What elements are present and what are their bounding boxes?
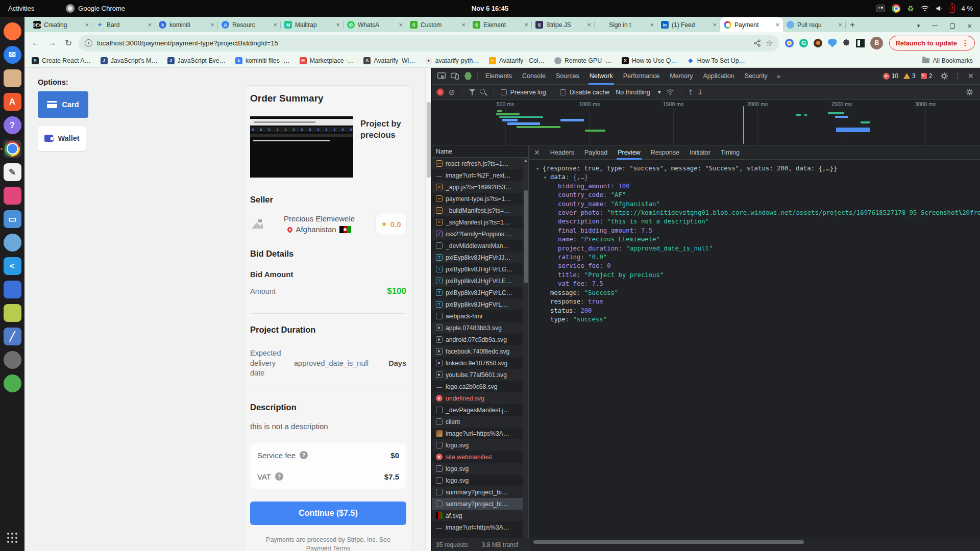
close-detail-icon[interactable]: ✕: [529, 148, 545, 157]
record-network-log-button[interactable]: [437, 89, 443, 95]
browser-tab-mailtrap[interactable]: MMailtrap×: [281, 17, 344, 32]
dock-chrome[interactable]: [4, 140, 21, 158]
detail-horizontal-scrollbar-thumb[interactable]: [533, 540, 804, 544]
shield-extension-icon[interactable]: [828, 39, 837, 47]
request-row-payment-type-js-ts-1[interactable]: ‹›payment-type.js?ts=1…: [432, 193, 528, 205]
dock-image-viewer[interactable]: [4, 304, 21, 322]
request-row-logo-svg[interactable]: logo.svg: [432, 474, 528, 486]
clear-network-log-button[interactable]: ⊘: [449, 88, 455, 96]
extensions-puzzle-icon[interactable]: [842, 39, 850, 47]
adblock-extension-icon[interactable]: [814, 39, 822, 47]
node-icon[interactable]: [461, 69, 475, 83]
console-errors-badge[interactable]: ×10: [883, 72, 898, 80]
preview-line[interactable]: message: "Success": [529, 289, 980, 297]
bookmark-kominiti-files[interactable]: kkominiti files -…: [235, 57, 290, 64]
back-button[interactable]: ←: [30, 38, 42, 48]
request-row-logo-svg[interactable]: logo.svg: [432, 463, 528, 474]
devtools-tab-security[interactable]: Security: [740, 68, 773, 85]
dock-text-editor[interactable]: ✎: [4, 163, 21, 181]
more-panels-button[interactable]: »: [773, 72, 785, 80]
page-scrollbar[interactable]: [425, 68, 431, 551]
tab-close-icon[interactable]: ×: [775, 21, 779, 29]
preview-line[interactable]: project_duration: "approved_date_is_null…: [529, 244, 980, 253]
profile-avatar[interactable]: B: [870, 37, 883, 49]
bookmark-avatarify-wi[interactable]: AAvatarify_Wi…: [363, 57, 415, 64]
disable-cache-checkbox[interactable]: Disable cache: [560, 89, 610, 96]
inspect-element-icon[interactable]: [435, 69, 448, 83]
bookmark-create-react-a[interactable]: RCreate React A…: [32, 57, 91, 64]
bookmark-marketplace[interactable]: MMarketplace -…: [300, 57, 354, 64]
share-icon[interactable]: [753, 39, 761, 47]
request-row-android-07c5db9a-svg[interactable]: android.07c5db9a.svg: [432, 334, 528, 345]
request-row-webpack-hmr[interactable]: webpack-hmr: [432, 310, 528, 322]
tab-close-icon[interactable]: ×: [587, 21, 591, 29]
bookmark-avatarify-pyth[interactable]: ●avatarify-pyth…: [425, 57, 479, 64]
dock-draw-tool[interactable]: ╱: [4, 328, 21, 345]
preview-line[interactable]: name: "Precious Elemiewele": [529, 235, 980, 244]
dock-screen-recorder[interactable]: [4, 374, 21, 392]
bookmark-remote-gpu[interactable]: Remote GPU -…: [554, 57, 612, 64]
preview-line[interactable]: country_name: "Afghanistan": [529, 200, 980, 209]
request-row-facebook-740f8edc-svg[interactable]: facebook.740f8edc.svg: [432, 345, 528, 357]
tab-search-button[interactable]: ▾: [917, 22, 920, 29]
preview-line[interactable]: ▾data: {,…}: [529, 173, 980, 182]
address-bar[interactable]: i localhost:3000/payment/payment-type?pr…: [79, 35, 779, 52]
request-row-linkedin-9e107650-svg[interactable]: linkedin.9e107650.svg: [432, 357, 528, 369]
request-row-youtube-77af5601-svg[interactable]: youtube.77af5601.svg: [432, 369, 528, 381]
preview-line[interactable]: rating: "0.0": [529, 253, 980, 262]
network-settings-icon[interactable]: [963, 86, 976, 99]
request-row-css2-family-poppins[interactable]: ╱css2?family=Poppins:…: [432, 228, 528, 240]
request-row-image-url-2f-next[interactable]: —image?url=%2F_next…: [432, 169, 528, 181]
browser-tab-payment[interactable]: Payment×: [720, 17, 783, 32]
dock-displays[interactable]: ▭: [4, 210, 21, 228]
devtools-close-icon[interactable]: ✕: [964, 71, 977, 81]
request-row-devmiddlewareman[interactable]: _devMiddlewareMan…: [432, 240, 528, 252]
search-icon[interactable]: [480, 89, 487, 96]
filter-icon[interactable]: [469, 89, 476, 95]
browser-tab-1-feed[interactable]: in(1) Feed×: [657, 17, 720, 32]
browser-tab-sign-in-t[interactable]: Sign in t×: [595, 17, 657, 32]
service-fee-help-icon[interactable]: ?: [300, 451, 308, 459]
grammarly-extension-icon[interactable]: G: [799, 39, 808, 47]
dock-dev-tool[interactable]: [4, 281, 21, 298]
preview-line[interactable]: country_code: "AF": [529, 191, 980, 199]
dock-help[interactable]: ?: [4, 116, 21, 134]
preview-line[interactable]: response: true: [529, 297, 980, 306]
tab-close-icon[interactable]: ×: [650, 21, 654, 29]
tab-close-icon[interactable]: ×: [461, 21, 465, 29]
devtools-tab-network[interactable]: Network: [584, 68, 618, 85]
detail-horizontal-scrollbar[interactable]: [529, 538, 980, 551]
request-row-logo-svg[interactable]: logo.svg: [432, 439, 528, 451]
site-info-icon[interactable]: i: [85, 39, 92, 47]
bookmark-avatarify-col[interactable]: ∞Avatarify - Col…: [489, 57, 545, 64]
devtools-tab-console[interactable]: Console: [517, 68, 551, 85]
issues-badge[interactable]: 2: [921, 72, 933, 80]
request-row-buildmanifest-js-ts[interactable]: ‹›_buildManifest.js?ts=…: [432, 205, 528, 216]
detail-tab-payload[interactable]: Payload: [579, 145, 612, 160]
request-row-ssgmanifest-js-ts-1[interactable]: ‹›_ssgManifest.js?ts=1…: [432, 216, 528, 228]
browser-tab-custom[interactable]: SCustom×: [406, 17, 469, 32]
new-tab-button[interactable]: +: [850, 20, 855, 30]
detail-tab-response[interactable]: Response: [646, 145, 684, 160]
device-toolbar-icon[interactable]: [448, 69, 461, 83]
browser-tab-kominiti[interactable]: kkominiti×: [155, 17, 218, 32]
maximize-button[interactable]: [950, 23, 955, 29]
request-row-client[interactable]: client: [432, 416, 528, 428]
devtools-menu-icon[interactable]: ⋮: [951, 72, 964, 80]
tab-close-icon[interactable]: ×: [85, 21, 89, 29]
dock-mail-client[interactable]: ✉: [4, 46, 21, 64]
tab-close-icon[interactable]: ×: [148, 21, 152, 29]
request-row-pxibyp8kv8jhgfvrl[interactable]: TpxiByp8kv8JHgFVrL…: [432, 298, 528, 310]
screenshot-extension-icon[interactable]: [856, 39, 865, 47]
tab-close-icon[interactable]: ×: [336, 21, 340, 29]
dock-extensions-app[interactable]: [4, 187, 21, 205]
request-row-pxibyp8kv8jhgfvrle[interactable]: TpxiByp8kv8JHgFVrLE…: [432, 275, 528, 287]
import-har-icon[interactable]: ↧: [698, 88, 703, 96]
preview-line[interactable]: service_fee: 0: [529, 262, 980, 270]
devtools-tab-performance[interactable]: Performance: [618, 68, 665, 85]
preview-line[interactable]: description: "this is not a description": [529, 217, 980, 226]
request-row-logo-ca2b0c68-svg[interactable]: —logo.ca2b0c68.svg: [432, 381, 528, 392]
network-conditions-icon[interactable]: [666, 89, 674, 95]
relaunch-to-update-button[interactable]: Relaunch to update ⋮: [889, 36, 975, 51]
bookmark-how-to-set-up[interactable]: ◆How To Set Up…: [687, 57, 745, 64]
